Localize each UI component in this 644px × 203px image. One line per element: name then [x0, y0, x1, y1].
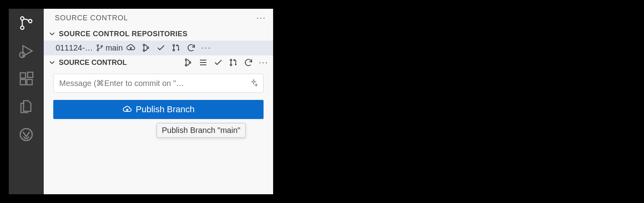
graph-icon[interactable] [183, 58, 193, 67]
source-control-section-title: SOURCE CONTROL [59, 59, 127, 67]
svg-point-12 [143, 44, 145, 46]
repository-row[interactable]: 011124-… main [44, 41, 273, 55]
mulesoft-icon[interactable] [17, 126, 35, 143]
panel-header: SOURCE CONTROL ··· [44, 9, 273, 27]
repositories-section-title: SOURCE CONTROL REPOSITORIES [59, 30, 188, 38]
refresh-icon[interactable] [186, 43, 196, 53]
git-branch-icon [96, 44, 104, 52]
svg-rect-4 [20, 73, 25, 78]
svg-point-3 [19, 52, 25, 57]
sc-actions: ··· [183, 58, 268, 67]
svg-point-20 [230, 59, 232, 61]
branch-indicator[interactable]: main [96, 43, 122, 53]
svg-point-9 [97, 45, 99, 46]
check-icon[interactable] [213, 58, 223, 67]
sc-more-icon[interactable]: ··· [259, 58, 268, 67]
graph-icon[interactable] [141, 43, 151, 53]
svg-point-10 [97, 49, 99, 51]
source-control-icon[interactable] [17, 14, 35, 32]
list-tree-icon[interactable] [198, 58, 208, 67]
svg-point-19 [189, 62, 191, 63]
commit-message-input[interactable] [53, 74, 264, 93]
explorer-files-icon[interactable] [17, 98, 35, 115]
svg-point-16 [173, 49, 175, 51]
svg-rect-7 [27, 72, 33, 77]
refresh-icon[interactable] [244, 58, 253, 67]
publish-tooltip: Publish Branch "main" [157, 123, 246, 138]
repo-actions: ··· [126, 43, 211, 53]
panel-more-icon[interactable]: ··· [256, 14, 266, 22]
workbench: SOURCE CONTROL ··· SOURCE CONTROL REPOSI… [9, 9, 273, 194]
source-control-panel: SOURCE CONTROL ··· SOURCE CONTROL REPOSI… [44, 9, 273, 194]
branch-name: main [105, 43, 122, 53]
svg-rect-5 [20, 80, 25, 85]
svg-point-11 [101, 45, 103, 47]
sparkle-icon[interactable] [249, 78, 258, 87]
run-debug-icon[interactable] [17, 42, 35, 60]
source-control-section-header[interactable]: SOURCE CONTROL ··· [44, 55, 273, 70]
pull-request-create-icon[interactable] [171, 43, 181, 53]
repository-name: 011124-… [56, 43, 93, 53]
repositories-section-header[interactable]: SOURCE CONTROL REPOSITORIES [44, 27, 273, 41]
extensions-icon[interactable] [17, 70, 35, 88]
repo-more-icon[interactable]: ··· [202, 43, 211, 52]
svg-point-0 [21, 17, 24, 20]
svg-point-14 [147, 47, 149, 49]
svg-rect-6 [27, 80, 32, 85]
chevron-down-icon [48, 58, 56, 67]
svg-point-18 [185, 64, 187, 66]
chevron-down-icon [48, 29, 56, 38]
svg-point-15 [173, 45, 175, 46]
activity-bar [9, 9, 44, 194]
publish-branch-label: Publish Branch [136, 104, 195, 115]
commit-message-wrap [44, 70, 273, 93]
cloud-upload-icon [122, 105, 132, 114]
svg-point-21 [230, 64, 232, 66]
pull-request-create-icon[interactable] [229, 58, 238, 67]
svg-point-13 [143, 50, 145, 51]
cloud-publish-icon[interactable] [126, 43, 136, 53]
svg-point-17 [185, 59, 187, 61]
check-icon[interactable] [156, 43, 166, 53]
svg-point-1 [21, 26, 24, 29]
publish-button-wrap: Publish Branch Publish Branch "main" [44, 93, 273, 119]
panel-title: SOURCE CONTROL [55, 14, 128, 22]
publish-branch-button[interactable]: Publish Branch [53, 100, 264, 119]
